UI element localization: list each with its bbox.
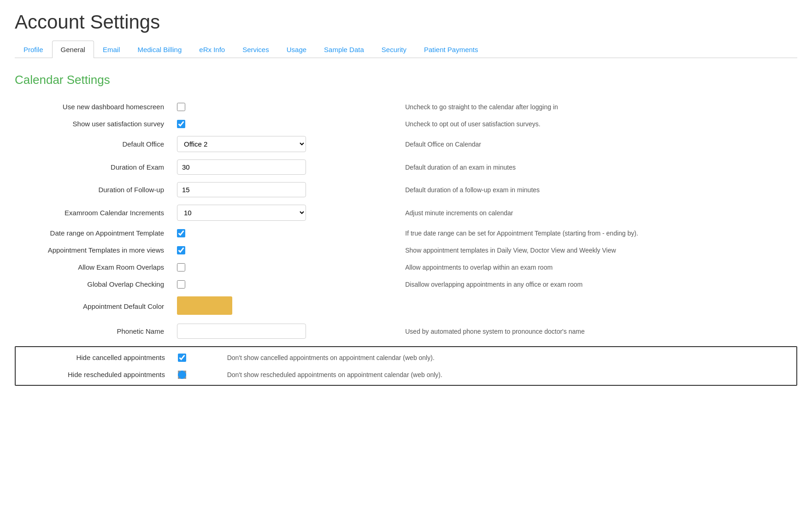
control-hide-cancelled [172,349,222,366]
label-default-office: Default Office [15,132,171,156]
label-examroom-increments: Examroom Calendar Increments [15,201,171,224]
setting-row-duration-exam: Duration of Exam Default duration of an … [15,156,797,178]
label-hide-rescheduled: Hide rescheduled appointments [16,366,172,383]
tab-patient-payments[interactable]: Patient Payments [415,41,487,58]
page-title: Account Settings [15,11,797,33]
checkbox-hide-cancelled[interactable] [178,354,186,362]
checkbox-wrapper-global-overlap [177,280,394,289]
desc-phonetic-name: Used by automated phone system to pronou… [400,320,797,342]
checkbox-dashboard[interactable] [177,103,185,111]
checkbox-survey[interactable] [177,120,185,128]
label-hide-cancelled: Hide cancelled appointments [16,349,172,366]
checkbox-wrapper-dashboard [177,103,394,111]
control-dashboard [171,98,400,115]
setting-row-default-office: Default Office Office 1 Office 2 Office … [15,132,797,156]
label-survey: Show user satisfaction survey [15,115,171,132]
desc-templates-views: Show appointment templates in Daily View… [400,242,797,259]
label-phonetic-name: Phonetic Name [15,320,171,342]
tab-services[interactable]: Services [234,41,278,58]
desc-hide-rescheduled: Don't show rescheduled appointments on a… [222,366,796,383]
setting-row-exam-overlaps: Allow Exam Room Overlaps Allow appointme… [15,259,797,276]
setting-row-templates-views: Appointment Templates in more views Show… [15,242,797,259]
control-exam-overlaps [171,259,400,276]
desc-survey: Uncheck to opt out of user satisfaction … [400,115,797,132]
setting-row-duration-followup: Duration of Follow-up Default duration o… [15,178,797,201]
calendar-settings-section: Calendar Settings Use new dashboard home… [15,73,797,386]
control-global-overlap [171,276,400,293]
checkbox-wrapper-templates-views [177,246,394,254]
setting-row-survey: Show user satisfaction survey Uncheck to… [15,115,797,132]
highlighted-settings-box: Hide cancelled appointments Don't show c… [15,346,797,386]
highlighted-settings-grid: Hide cancelled appointments Don't show c… [16,349,796,383]
section-title: Calendar Settings [15,73,797,87]
control-survey [171,115,400,132]
desc-exam-overlaps: Allow appointments to overlap within an … [400,259,797,276]
control-default-color [171,293,400,320]
control-examroom-increments: 5 10 15 20 30 [171,201,400,224]
tab-sample-data[interactable]: Sample Data [315,41,373,58]
color-swatch-default[interactable] [177,296,232,315]
label-duration-exam: Duration of Exam [15,156,171,178]
control-date-range [171,224,400,242]
settings-grid: Use new dashboard homescreen Uncheck to … [15,98,797,342]
checkbox-wrapper-date-range [177,229,394,237]
page-wrapper: Account Settings Profile General Email M… [0,0,812,397]
checkbox-wrapper-hide-cancelled [178,354,216,362]
desc-date-range: If true date range can be set for Appoin… [400,224,797,242]
control-phonetic-name [171,320,400,342]
setting-row-examroom-increments: Examroom Calendar Increments 5 10 15 20 … [15,201,797,224]
label-dashboard: Use new dashboard homescreen [15,98,171,115]
desc-examroom-increments: Adjust minute increments on calendar [400,201,797,224]
tab-security[interactable]: Security [373,41,415,58]
desc-global-overlap: Disallow overlapping appointments in any… [400,276,797,293]
tabs-nav: Profile General Email Medical Billing eR… [15,41,797,58]
label-duration-followup: Duration of Follow-up [15,178,171,201]
tab-usage[interactable]: Usage [278,41,315,58]
tab-email[interactable]: Email [94,41,129,58]
setting-row-default-color: Appointment Default Color [15,293,797,320]
control-templates-views [171,242,400,259]
label-templates-views: Appointment Templates in more views [15,242,171,259]
checkbox-hide-rescheduled[interactable] [178,371,186,379]
setting-row-hide-cancelled: Hide cancelled appointments Don't show c… [16,349,796,366]
desc-dashboard: Uncheck to go straight to the calendar a… [400,98,797,115]
select-default-office[interactable]: Office 1 Office 2 Office 3 [177,136,306,152]
tab-profile[interactable]: Profile [15,41,52,58]
input-phonetic-name[interactable] [177,324,306,339]
checkbox-date-range[interactable] [177,229,185,237]
desc-default-color [400,293,797,320]
input-duration-followup[interactable] [177,182,306,197]
setting-row-global-overlap: Global Overlap Checking Disallow overlap… [15,276,797,293]
desc-duration-followup: Default duration of a follow-up exam in … [400,178,797,201]
setting-row-dashboard: Use new dashboard homescreen Uncheck to … [15,98,797,115]
tab-medical-billing[interactable]: Medical Billing [129,41,190,58]
tab-erx-info[interactable]: eRx Info [190,41,234,58]
tab-general[interactable]: General [52,41,94,58]
desc-hide-cancelled: Don't show cancelled appointments on app… [222,349,796,366]
label-exam-overlaps: Allow Exam Room Overlaps [15,259,171,276]
control-duration-exam [171,156,400,178]
checkbox-templates-views[interactable] [177,246,185,254]
label-global-overlap: Global Overlap Checking [15,276,171,293]
label-date-range: Date range on Appointment Template [15,224,171,242]
setting-row-hide-rescheduled: Hide rescheduled appointments Don't show… [16,366,796,383]
setting-row-phonetic-name: Phonetic Name Used by automated phone sy… [15,320,797,342]
control-hide-rescheduled [172,366,222,383]
input-duration-exam[interactable] [177,159,306,175]
checkbox-wrapper-survey [177,120,394,128]
setting-row-date-range: Date range on Appointment Template If tr… [15,224,797,242]
checkbox-wrapper-exam-overlaps [177,263,394,271]
checkbox-global-overlap[interactable] [177,280,185,289]
checkbox-wrapper-hide-rescheduled [178,371,216,379]
select-examroom-increments[interactable]: 5 10 15 20 30 [177,205,306,221]
label-default-color: Appointment Default Color [15,293,171,320]
checkbox-exam-overlaps[interactable] [177,263,185,271]
control-default-office: Office 1 Office 2 Office 3 [171,132,400,156]
desc-duration-exam: Default duration of an exam in minutes [400,156,797,178]
desc-default-office: Default Office on Calendar [400,132,797,156]
control-duration-followup [171,178,400,201]
